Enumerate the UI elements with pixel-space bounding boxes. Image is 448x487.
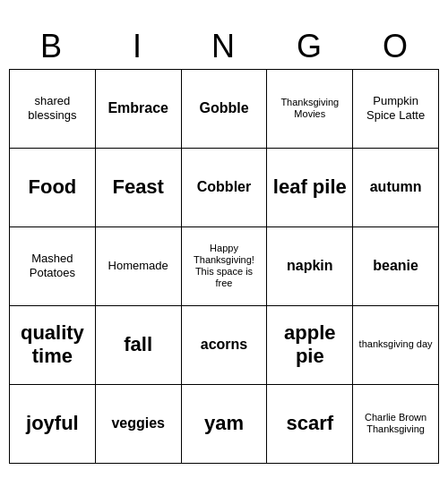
bingo-cell-r2-c3: napkin	[267, 227, 353, 306]
bingo-cell-r4-c4: Charlie Brown Thanksgiving	[353, 385, 439, 464]
bingo-cell-r4-c3: scarf	[267, 385, 353, 464]
bingo-cell-r4-c2: yam	[182, 385, 268, 464]
cell-text-r0-c2: Gobble	[199, 99, 248, 116]
bingo-cell-r0-c1: Embrace	[96, 70, 182, 149]
cell-text-r4-c2: yam	[204, 412, 244, 435]
cell-text-r3-c3: apple pie	[272, 321, 347, 369]
header-letter-g: G	[267, 24, 353, 69]
bingo-cell-r3-c4: thanksgiving day	[353, 306, 439, 385]
bingo-cell-r2-c1: Homemade	[96, 227, 182, 306]
header-letter-b: B	[9, 24, 95, 69]
bingo-cell-r1-c2: Cobbler	[182, 149, 268, 227]
cell-text-r2-c3: napkin	[287, 257, 333, 274]
cell-text-r1-c3: leaf pile	[273, 175, 347, 199]
bingo-cell-r3-c0: quality time	[10, 306, 96, 385]
bingo-cell-r0-c4: Pumpkin Spice Latte	[353, 70, 439, 149]
bingo-cell-r3-c1: fall	[96, 306, 182, 385]
cell-text-r1-c0: Food	[29, 175, 77, 199]
bingo-cell-r4-c1: veggies	[96, 385, 182, 464]
header-letter-n: N	[181, 24, 267, 69]
bingo-cell-r3-c3: apple pie	[267, 306, 353, 385]
bingo-header: BINGO	[9, 24, 439, 69]
cell-text-r0-c1: Embrace	[108, 99, 168, 116]
bingo-cell-r1-c4: autumn	[353, 149, 439, 227]
bingo-cell-r0-c0: shared blessings	[10, 70, 96, 149]
bingo-cell-r3-c2: acorns	[182, 306, 268, 385]
cell-text-r4-c0: joyful	[26, 412, 79, 435]
cell-text-r3-c2: acorns	[201, 336, 247, 353]
bingo-cell-r0-c2: Gobble	[182, 70, 268, 149]
bingo-cell-r2-c4: beanie	[353, 227, 439, 306]
cell-text-r0-c3: Thanksgiving Movies	[272, 97, 347, 120]
bingo-cell-r0-c3: Thanksgiving Movies	[267, 70, 353, 149]
cell-text-r1-c2: Cobbler	[197, 178, 251, 195]
header-letter-i: I	[95, 24, 181, 69]
bingo-cell-r2-c2: Happy Thanksgiving! This space is free	[182, 227, 268, 306]
cell-text-r4-c4: Charlie Brown Thanksgiving	[358, 412, 433, 435]
cell-text-r3-c0: quality time	[15, 321, 90, 369]
cell-text-r1-c1: Feast	[112, 175, 163, 199]
cell-text-r4-c1: veggies	[111, 414, 165, 431]
bingo-cell-r1-c1: Feast	[96, 149, 182, 227]
bingo-cell-r1-c0: Food	[10, 149, 96, 227]
bingo-cell-r1-c3: leaf pile	[267, 149, 353, 227]
cell-text-r0-c4: Pumpkin Spice Latte	[358, 94, 433, 122]
cell-text-r1-c4: autumn	[370, 178, 422, 195]
cell-text-r4-c3: scarf	[286, 412, 333, 435]
cell-text-r2-c0: Mashed Potatoes	[15, 252, 90, 279]
cell-text-r2-c4: beanie	[373, 257, 418, 274]
cell-text-r2-c2: Happy Thanksgiving! This space is free	[187, 243, 262, 290]
bingo-cell-r2-c0: Mashed Potatoes	[10, 227, 96, 306]
cell-text-r0-c0: shared blessings	[15, 94, 90, 122]
bingo-card: BINGO shared blessingsEmbraceGobbleThank…	[9, 24, 439, 464]
header-letter-o: O	[353, 24, 439, 69]
cell-text-r3-c1: fall	[124, 333, 152, 356]
bingo-cell-r4-c0: joyful	[10, 385, 96, 464]
cell-text-r3-c4: thanksgiving day	[359, 338, 433, 350]
cell-text-r2-c1: Homemade	[108, 259, 168, 273]
bingo-grid: shared blessingsEmbraceGobbleThanksgivin…	[9, 69, 439, 464]
